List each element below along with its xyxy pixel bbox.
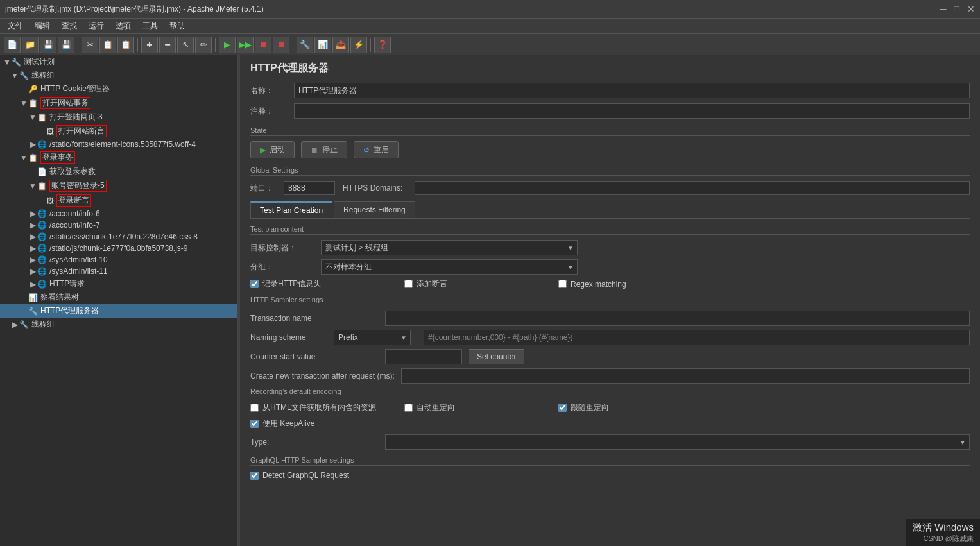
tb-new[interactable]: 📄 [4, 37, 21, 53]
checkbox-auto-redirect[interactable] [404, 404, 413, 412]
stop-button[interactable]: ⏹ 停止 [301, 141, 347, 158]
comment-input[interactable] [294, 103, 970, 119]
checkbox-keepalive[interactable] [250, 420, 259, 428]
menu-tools[interactable]: 工具 [137, 19, 163, 33]
tree-node-sysadmin-11[interactable]: ▶ 🌐 /sysAdmin/list-11 [0, 266, 237, 277]
target-controller-label: 目标控制器： [250, 243, 321, 253]
label-cookie: HTTP Cookie管理器 [40, 83, 110, 94]
arrow-tgr: ▼ [10, 71, 19, 80]
tb-remote[interactable]: 📤 [332, 37, 349, 53]
type-select-wrap: ▼ [385, 434, 970, 450]
tree-node-test-plan[interactable]: ▼ 🔧 测试计划 [0, 55, 237, 69]
tb-save[interactable]: 💾 [40, 37, 56, 53]
tree-node-sysadmin-10[interactable]: ▶ 🌐 /sysAdmin/list-10 [0, 254, 237, 266]
grouping-select[interactable]: 不对样本分组 [321, 259, 578, 275]
checkbox-follow-redirect[interactable] [558, 404, 567, 412]
tb-help[interactable]: ❓ [374, 37, 391, 53]
menu-run[interactable]: 运行 [83, 19, 109, 33]
checkbox-fetch-resources-row[interactable]: 从HTML文件获取所有内含的资源 [250, 402, 379, 413]
tb-cut[interactable]: ✂ [82, 37, 98, 53]
checkbox-fetch-resources[interactable] [250, 404, 259, 412]
tb-stop[interactable]: ⏹ [255, 37, 271, 53]
checkbox-add-assertion-row[interactable]: 添加断言 [404, 278, 533, 289]
tree-node-account-login[interactable]: ▼ 📋 账号密码登录-5 [0, 178, 237, 193]
tree-node-account-info-7[interactable]: ▶ 🌐 /account/info-7 [0, 219, 237, 231]
menu-help[interactable]: 帮助 [164, 19, 190, 33]
tree-node-static-fonts[interactable]: ▶ 🌐 /static/fonts/element-icons.535877f5… [0, 139, 237, 150]
tree-node-open-website[interactable]: ▼ 📋 打开网站事务 [0, 96, 237, 110]
tb-clear[interactable]: 🔧 [297, 37, 313, 53]
tb-add[interactable]: + [141, 37, 158, 53]
menu-file[interactable]: 文件 [3, 19, 28, 33]
restart-icon: ↺ [363, 146, 370, 155]
https-domains-input[interactable] [415, 181, 970, 195]
restart-label: 重启 [374, 144, 389, 155]
create-transaction-input[interactable] [401, 368, 970, 384]
tree-node-http-cookie[interactable]: 🔑 HTTP Cookie管理器 [0, 82, 237, 96]
naming-scheme-select[interactable]: Prefix Suffix Format [334, 330, 411, 345]
counter-start-input[interactable] [385, 349, 462, 364]
tb-clear-all[interactable]: 📊 [314, 37, 331, 53]
checkbox-http-header-row[interactable]: 记录HTTP信息头 [250, 278, 379, 289]
tab-requests-filtering[interactable]: Requests Filtering [334, 201, 415, 218]
label-http-request: HTTP请求 [49, 278, 85, 289]
arrow-test-plan: ▼ [3, 58, 12, 67]
close-btn[interactable]: ✕ [967, 4, 975, 14]
tb-function[interactable]: ⚡ [350, 37, 367, 53]
checkbox-http-header[interactable] [250, 280, 259, 288]
menu-options[interactable]: 选项 [110, 19, 136, 33]
start-button[interactable]: ▶ 启动 [250, 141, 295, 158]
toolbar-separator-5 [370, 38, 371, 52]
tree-node-http-request[interactable]: ▶ 🌐 HTTP请求 [0, 277, 237, 291]
minimize-btn[interactable]: ─ [940, 4, 947, 14]
checkbox-auto-redirect-row[interactable]: 自动重定向 [404, 402, 533, 413]
tree-node-open-assertion[interactable]: 🖼 打开网站断言 [0, 124, 237, 139]
tb-edit[interactable]: ✏ [195, 37, 212, 53]
tb-paste[interactable]: 📋 [117, 37, 134, 53]
tb-remove[interactable]: − [159, 37, 176, 53]
checkbox-regex-matching[interactable] [558, 280, 567, 288]
checkbox-add-assertion[interactable] [404, 280, 413, 288]
tree-node-login-assertion[interactable]: 🖼 登录断言 [0, 193, 237, 208]
tree-node-static-css-8[interactable]: ▶ 🌐 /static/css/chunk-1e777f0a.228d7e46.… [0, 231, 237, 243]
menu-edit[interactable]: 编辑 [30, 19, 55, 33]
tb-copy[interactable]: 📋 [99, 37, 116, 53]
icon-ai7: 🌐 [37, 221, 47, 230]
tab-test-plan-creation[interactable]: Test Plan Creation [250, 201, 332, 218]
tree-node-thread-group-root[interactable]: ▼ 🔧 线程组 [0, 69, 237, 82]
tree-node-http-proxy[interactable]: 🔧 HTTP代理服务器 [0, 304, 237, 318]
toolbar-separator-1 [78, 38, 78, 52]
target-controller-select[interactable]: 测试计划 > 线程组 [321, 240, 578, 255]
icon-ow: 📋 [28, 99, 38, 108]
tree-node-login-transaction[interactable]: ▼ 📋 登录事务 [0, 150, 237, 165]
tb-up[interactable]: ↖ [177, 37, 194, 53]
restart-button[interactable]: ↺ 重启 [354, 141, 399, 158]
checkbox-regex-matching-row[interactable]: Regex matching [558, 280, 687, 289]
tree-node-account-info-6[interactable]: ▶ 🌐 /account/info-6 [0, 208, 237, 219]
tree-node-open-page[interactable]: ▼ 📋 打开登陆网页-3 [0, 110, 237, 124]
tree-node-static-js-9[interactable]: ▶ 🌐 /static/js/chunk-1e777f0a.0bfa50738.… [0, 243, 237, 254]
set-counter-button[interactable]: Set counter [469, 349, 524, 364]
port-input[interactable] [284, 181, 335, 195]
naming-scheme-row: Naming scheme Prefix Suffix Format ▼ [250, 330, 970, 345]
checkbox-detect-graphql-row[interactable]: Detect GraphQL Request [250, 471, 379, 480]
type-select[interactable] [385, 434, 970, 450]
name-input[interactable] [294, 83, 970, 98]
tree-node-thread-group-bottom[interactable]: ▶ 🔧 线程组 [0, 318, 237, 331]
stop-icon: ⏹ [311, 146, 318, 155]
tb-save2[interactable]: 💾 [58, 37, 74, 53]
tb-open[interactable]: 📁 [22, 37, 39, 53]
transaction-name-input[interactable] [385, 311, 970, 326]
tb-start-no-pause[interactable]: ▶▶ [237, 37, 254, 53]
checkbox-follow-redirect-row[interactable]: 跟随重定向 [558, 402, 687, 413]
checkbox-detect-graphql[interactable] [250, 472, 259, 480]
tree-node-get-login-params[interactable]: 📄 获取登录参数 [0, 165, 237, 178]
tree-node-results-tree[interactable]: 📊 察看结果树 [0, 291, 237, 304]
checkbox-keepalive-row[interactable]: 使用 KeepAlive [250, 418, 379, 429]
titlebar: jmeter代理录制.jmx (D:\Project\jmeter代理录制.jm… [0, 0, 980, 18]
http-sampler-label: HTTP Sampler settings [250, 296, 970, 305]
tb-start[interactable]: ▶ [219, 37, 236, 53]
maximize-btn[interactable]: □ [954, 4, 959, 14]
tb-shutdown[interactable]: ⏹ [273, 37, 289, 53]
menu-search[interactable]: 查找 [56, 19, 82, 33]
